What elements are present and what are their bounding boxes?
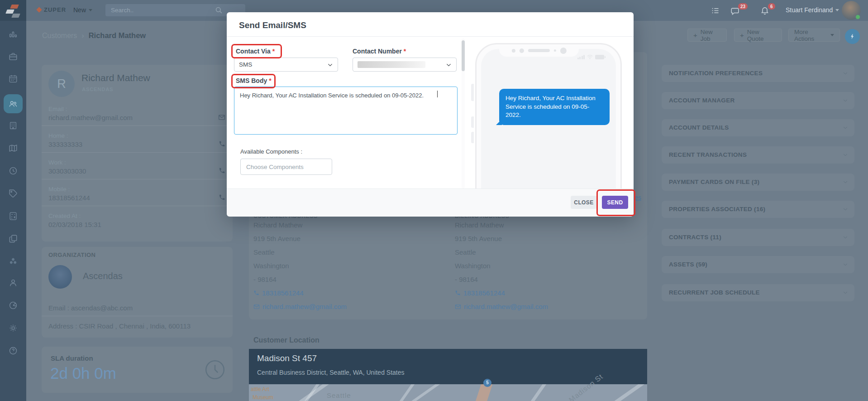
phone-icon — [253, 290, 259, 296]
customers-icon[interactable] — [8, 99, 18, 109]
accordion-title: RECENT TRANSACTIONS — [669, 146, 747, 164]
required-asterisk: * — [272, 48, 275, 55]
modal-title: Send Email/SMS — [239, 20, 306, 30]
modal-scrollbar[interactable] — [462, 39, 465, 188]
field-value: 333333333 — [48, 140, 82, 148]
new-quote-button[interactable]: + New Quote — [734, 29, 782, 42]
accordion-properties-associated[interactable]: PROPERTIES ASSOCIATED (16) — [662, 201, 854, 218]
map[interactable]: Madison St 457 Central Business District… — [249, 349, 647, 401]
accordion-contracts[interactable]: CONTRACTS (11) — [662, 229, 854, 246]
field-value: richard.mathew@gmail.com — [48, 114, 133, 121]
contact-via-value: SMS — [239, 61, 252, 68]
sms-preview-bubble: Hey Richard, Your AC Installation Servic… — [499, 89, 610, 125]
user-avatar[interactable] — [842, 1, 861, 20]
contact-via-select[interactable]: SMS — [234, 58, 338, 72]
field-value: 18318561244 — [48, 194, 90, 202]
new-job-button[interactable]: + New Job — [687, 29, 727, 42]
send-button[interactable]: SEND — [602, 196, 628, 209]
address-phone-link[interactable]: 18318561244 — [455, 289, 505, 297]
chevron-down-icon — [843, 71, 848, 76]
address-zip: - 98164 — [253, 275, 277, 283]
accordion-payment-cards[interactable]: PAYMENT CARDS ON FILE (3) — [662, 174, 854, 191]
jobs-icon[interactable] — [8, 52, 18, 62]
address-email-link[interactable]: richard.mathew@gmail.com — [253, 303, 347, 310]
divider — [42, 316, 233, 316]
chevron-down-icon — [835, 9, 839, 11]
phone-icon — [219, 140, 225, 147]
bell-badge: 6 — [768, 3, 775, 10]
address-state: Washington — [253, 262, 289, 270]
estimates-icon[interactable] — [8, 211, 18, 221]
user-menu[interactable]: Stuart Ferdinand — [786, 6, 833, 14]
accordion-assets[interactable]: ASSETS (59) — [662, 256, 854, 273]
bolt-icon — [849, 33, 856, 40]
address-street: 919 5th Avenue — [253, 235, 300, 242]
help-icon[interactable] — [8, 346, 18, 356]
tags-icon[interactable] — [8, 188, 18, 198]
divider — [42, 126, 233, 126]
address-phone: 18318561244 — [262, 289, 304, 297]
documents-icon[interactable] — [8, 234, 18, 244]
accordion-recurrent-job-schedule[interactable]: RECURRENT JOB SCHEDULE — [662, 284, 854, 301]
settings-icon[interactable] — [8, 323, 18, 333]
calendar-icon[interactable] — [8, 74, 18, 84]
address-email: richard.mathew@gmail.com — [464, 303, 548, 310]
map-route-shield: 5 — [483, 379, 491, 387]
search-icon — [215, 6, 223, 14]
zuper-logo-tile[interactable] — [0, 0, 26, 21]
accordion-recent-transactions[interactable]: RECENT TRANSACTIONS — [662, 146, 854, 164]
reports-icon[interactable] — [8, 300, 18, 310]
address-name: Richard Mathew — [455, 221, 504, 229]
field-label: Home : — [48, 132, 68, 139]
app-root: ZUPER New 23 6 Stuart Ferdinand — [0, 0, 868, 401]
search-input[interactable] — [105, 4, 245, 16]
new-job-label: New Job — [701, 29, 721, 42]
envelope-icon — [253, 304, 260, 310]
phone-icon — [219, 194, 225, 201]
customer-summary-card: R Richard Mathew ASCENDAS Email : richar… — [42, 65, 233, 242]
sms-body-textarea[interactable]: Hey Richard, Your AC Installation Servic… — [234, 87, 458, 135]
chevron-down-icon — [843, 152, 848, 158]
analytics-icon[interactable] — [8, 29, 18, 39]
field-value: 3030303030 — [48, 167, 86, 175]
accordion-notification-preferences[interactable]: NOTIFICATION PREFERENCES — [662, 65, 854, 82]
divider — [42, 179, 233, 179]
map-label: Museum — [253, 394, 273, 401]
contact-via-label: Contact Via * — [236, 48, 275, 55]
breadcrumb-customers[interactable]: Customers — [42, 32, 77, 40]
timesheets-icon[interactable] — [8, 166, 18, 176]
new-menu[interactable]: New — [73, 6, 92, 14]
addresses-partial-link[interactable]: es — [634, 194, 641, 201]
user-name: Stuart Ferdinand — [786, 6, 833, 14]
map-banner: Madison St 457 Central Business District… — [249, 349, 647, 384]
sla-label: SLA duration — [51, 354, 93, 362]
contact-number-label: Contact Number * — [353, 48, 406, 55]
envelope-icon — [455, 304, 461, 310]
chevron-down-icon — [446, 62, 452, 68]
close-button[interactable]: CLOSE — [571, 196, 597, 209]
address-phone-link[interactable]: 18318561244 — [253, 289, 304, 297]
quick-action-button[interactable] — [845, 29, 860, 44]
accordion-account-manager[interactable]: ACCOUNT MANAGER — [662, 92, 854, 109]
wifi-icon — [587, 54, 593, 59]
accordion-account-details[interactable]: ACCOUNT DETAILS — [662, 119, 854, 136]
list-view-icon[interactable] — [711, 6, 720, 15]
properties-icon[interactable] — [8, 121, 18, 130]
sla-card: SLA duration 2d 0h 0m — [42, 347, 233, 393]
address-email-link[interactable]: richard.mathew@gmail.com — [455, 303, 548, 310]
speaker-bar — [528, 49, 549, 52]
redacted-value — [358, 61, 425, 68]
field-label: Created At : — [48, 213, 81, 219]
parts-icon[interactable] — [8, 256, 18, 266]
accordion-title: CONTRACTS (11) — [669, 229, 721, 246]
users-icon[interactable] — [8, 278, 18, 288]
chevron-down-icon — [843, 290, 848, 295]
contact-number-select[interactable] — [353, 58, 457, 72]
service-territory-icon[interactable] — [8, 143, 18, 153]
choose-components-input[interactable] — [240, 159, 332, 175]
address-phone: 18318561244 — [463, 289, 505, 297]
chevron-down-icon — [843, 235, 848, 240]
more-actions-button[interactable]: More Actions — [788, 29, 840, 42]
envelope-icon — [218, 114, 225, 121]
scrollbar-thumb[interactable] — [462, 40, 465, 71]
